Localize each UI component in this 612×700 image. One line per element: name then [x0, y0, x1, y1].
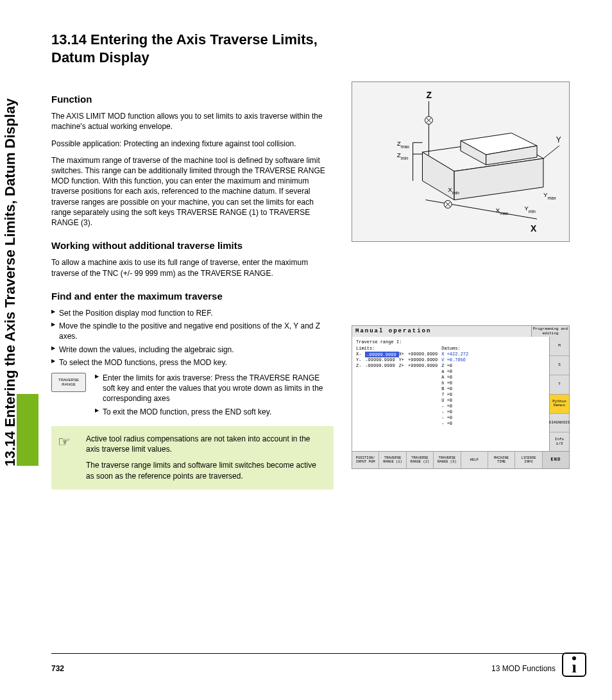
- screen-title: Manual operation: [352, 326, 531, 337]
- section-heading: Entering the Axis Traverse Limits, Datum…: [51, 31, 318, 65]
- softkey: POSITION/ INPUT PGM: [352, 452, 379, 468]
- svg-line-8: [425, 200, 537, 219]
- traverse-range-softkey-icon: TRAVERSE RANGE: [51, 373, 86, 392]
- screen-main: Traverse range I: Limits: Datums: X--999…: [352, 337, 549, 451]
- y-label: Y: [556, 135, 561, 144]
- screen-softkey-row: POSITION/ INPUT PGM TRAVERSE RANGE (1) T…: [352, 451, 569, 468]
- heading-function: Function: [51, 93, 334, 106]
- step-list: Enter the limits for axis traverse: Pres…: [95, 373, 334, 420]
- softkey: TRAVERSE RANGE (3): [434, 452, 461, 468]
- step-item: Set the Position display mod function to…: [51, 308, 334, 318]
- softkey: MACHINE TIME: [488, 452, 515, 468]
- main-text-column: Function The AXIS LIMIT MOD function all…: [51, 81, 334, 490]
- page-footer: 732 13 MOD Functions ı: [51, 653, 586, 681]
- side-cell: S: [550, 356, 569, 375]
- side-cell: DIAGNOSIS: [550, 414, 569, 433]
- para: The maximum range of traverse of the mac…: [51, 155, 334, 228]
- note-box: ☞ Active tool radius compensations are n…: [51, 426, 334, 490]
- softkey: HELP: [461, 452, 488, 468]
- para: To allow a machine axis to use its full …: [51, 257, 334, 278]
- datums-header: Datums:: [441, 346, 472, 352]
- softkey: TRAVERSE RANGE (1): [379, 452, 406, 468]
- para: The AXIS LIMIT MOD function allows you t…: [51, 111, 334, 132]
- para: Possible application: Protecting an inde…: [51, 139, 334, 149]
- axis-diagram: Z X Y Zmax Zmin Xmin Xmax Ymin Ymax: [352, 81, 570, 242]
- page-title: 13.14Entering the Axis Traverse Limits, …: [51, 31, 321, 66]
- z-label: Z: [426, 90, 432, 100]
- step-item: To exit the MOD function, press the END …: [95, 407, 334, 417]
- screen-mode: Programming and editing: [531, 326, 569, 337]
- side-cell: T: [550, 375, 569, 395]
- heading-find: Find and enter the maximum traverse: [51, 290, 334, 303]
- x-label: X: [531, 223, 537, 234]
- side-cell: Info 1/3: [550, 432, 569, 451]
- info-icon: ı: [562, 653, 586, 677]
- chapter-label: 13 MOD Functions: [491, 664, 556, 673]
- step-item: Enter the limits for axis traverse: Pres…: [95, 373, 334, 404]
- tnc-screenshot: Manual operation Programming and editing…: [352, 325, 570, 469]
- side-cell: Python Demos: [550, 395, 569, 414]
- side-cell: M: [550, 337, 569, 356]
- softkey: END: [543, 452, 569, 468]
- hand-icon: ☞: [58, 432, 71, 452]
- screen-sidebar: M S T Python Demos DIAGNOSIS Info 1/3: [549, 337, 569, 451]
- range-header: Traverse range I:: [356, 339, 545, 345]
- note-text: Active tool radius compensations are not…: [86, 434, 325, 456]
- step-list: Set the Position display mod function to…: [51, 308, 334, 368]
- page-number: 732: [51, 664, 64, 673]
- svg-text:Zmax: Zmax: [397, 140, 410, 149]
- softkey: TRAVERSE RANGE (2): [407, 452, 434, 468]
- svg-text:Zmin: Zmin: [397, 151, 408, 160]
- step-item: Write down the values, including the alg…: [51, 345, 334, 355]
- step-item: Move the spindle to the positive and neg…: [51, 321, 334, 341]
- side-tab-text: 13.14 Entering the Axis Traverse Limits,…: [2, 98, 19, 466]
- heading-working: Working without additional traverse limi…: [51, 239, 334, 252]
- note-text: The traverse range limits and software l…: [86, 460, 325, 482]
- svg-text:Ymax: Ymax: [543, 191, 556, 200]
- side-tab: 13.14 Entering the Axis Traverse Limits,…: [17, 19, 38, 468]
- svg-text:Xmax: Xmax: [496, 207, 509, 216]
- limits-header: Limits:: [356, 346, 441, 352]
- section-number: 13.14: [51, 31, 87, 47]
- svg-line-10: [543, 146, 559, 158]
- svg-text:Ymin: Ymin: [524, 205, 536, 214]
- step-item: To select the MOD functions, press the M…: [51, 357, 334, 368]
- side-tab-accent: [17, 394, 38, 466]
- softkey: LICENSE INFO: [515, 452, 542, 468]
